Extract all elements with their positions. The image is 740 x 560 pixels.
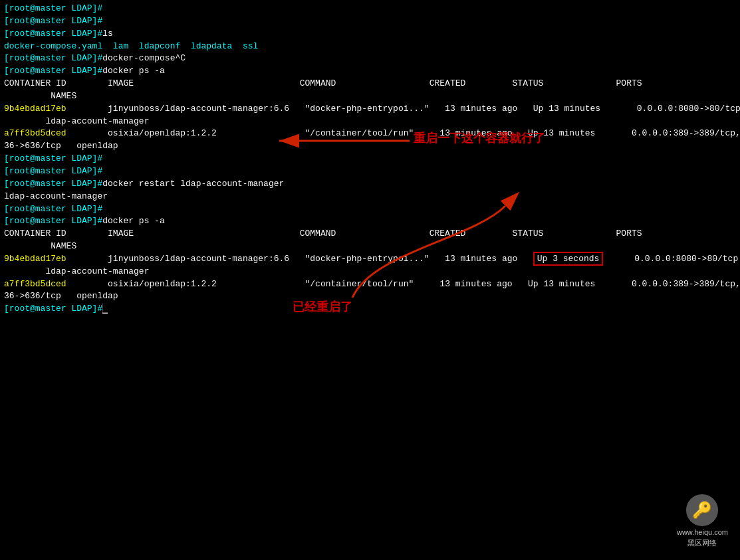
terminal-line: [root@master LDAP]# [4, 165, 736, 178]
terminal-line: [root@master LDAP]# [4, 153, 736, 165]
table-header: CONTAINER ID IMAGE COMMAND CREATED STATU… [4, 78, 736, 90]
annotation-restarted-text: 已经重启了 [293, 299, 352, 315]
container-row-3a: 9b4ebdad17eb jinyunboss/ldap-account-man… [4, 253, 736, 266]
terminal: [root@master LDAP]# [root@master LDAP]# … [0, 0, 740, 560]
terminal-line: [root@master LDAP]#docker ps -a [4, 65, 736, 78]
container-row-4b: 36->636/tcp openldap [4, 290, 736, 303]
watermark: 🔑 www.heiqu.com 黑区网络 [677, 494, 728, 548]
table-header-names-2: NAMES [4, 240, 736, 253]
status-highlight: Up 3 seconds [533, 252, 604, 266]
container-row-2b: 36->636/tcp openldap [4, 140, 736, 153]
terminal-line: ldap-account-manager [4, 191, 736, 203]
container-row-4a: a7ff3bd5dced osixia/openldap:1.2.2 "/con… [4, 278, 736, 291]
watermark-brand: 黑区网络 [687, 538, 717, 548]
watermark-site: www.heiqu.com [677, 528, 728, 536]
table-header-2: CONTAINER ID IMAGE COMMAND CREATED STATU… [4, 228, 736, 240]
container-row-2a: a7ff3bd5dced osixia/openldap:1.2.2 "/con… [4, 128, 736, 140]
container-row-1b: ldap-account-manager [4, 116, 736, 128]
watermark-icon: 🔑 [686, 494, 718, 526]
container-row-3b: ldap-account-manager [4, 266, 736, 278]
terminal-line: [root@master LDAP]# [4, 3, 736, 15]
terminal-line: docker-compose.yaml lam ldapconf ldapdat… [4, 41, 736, 53]
terminal-line: [root@master LDAP]#ls [4, 28, 736, 41]
annotation-restart-text: 重启一下这个容器就行了 [414, 130, 545, 146]
terminal-prompt-cursor: [root@master LDAP]#█ [4, 303, 736, 316]
terminal-line: [root@master LDAP]# [4, 15, 736, 28]
terminal-line: [root@master LDAP]# [4, 203, 736, 216]
terminal-line: [root@master LDAP]#docker ps -a [4, 215, 736, 228]
terminal-line: [root@master LDAP]#docker-compose^C [4, 52, 736, 65]
container-row-1a: 9b4ebdad17eb jinyunboss/ldap-account-man… [4, 103, 736, 116]
terminal-line: [root@master LDAP]#docker restart ldap-a… [4, 178, 736, 191]
table-header-names: NAMES [4, 90, 736, 103]
